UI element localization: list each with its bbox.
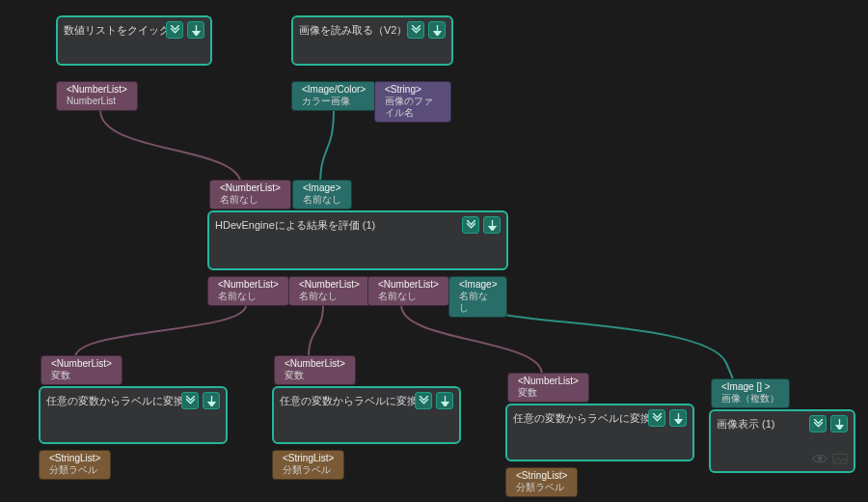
collapse-icon[interactable] [166,21,183,39]
node-read-image-v2[interactable]: 画像を読み取る（V2）(1) <Image/Color> カラー画像 <Stri… [291,15,453,66]
output-port-string[interactable]: <String> 画像のファイル名 [374,81,451,123]
node-title: HDevEngineによる結果を評価 (1) [215,218,375,233]
input-port-numberlist[interactable]: <NumberList> 変数 [274,355,356,385]
execute-icon[interactable] [428,21,446,39]
node-var-to-label-2[interactable]: <NumberList> 変数 任意の変数からラベルに変換 (2) <Strin… [272,386,461,444]
node-var-to-label-1[interactable]: <NumberList> 変数 任意の変数からラベルに変換 (1) <Strin… [39,386,228,444]
node-title: 画像表示 (1) [717,417,775,432]
visibility-icon[interactable] [812,452,827,467]
node-title: 数値リストをクイック作成 (1) [64,23,166,38]
collapse-icon[interactable] [407,21,424,39]
output-port-numberlist-1[interactable]: <NumberList> 名前なし [288,276,370,306]
collapse-icon[interactable] [181,392,199,409]
input-port-image-array[interactable]: <Image [] > 画像（複数） [711,378,790,408]
node-hdevengine-evaluate[interactable]: <NumberList> 名前なし <Image> 名前なし HDevEngin… [207,210,508,270]
execute-icon[interactable] [669,409,687,427]
execute-icon[interactable] [187,21,204,39]
output-port-image[interactable]: <Image> 名前なし [448,276,507,318]
node-title: 任意の変数からラベルに変換 (3) [513,411,648,426]
output-port-numberlist[interactable]: <NumberList> NumberList [56,81,138,111]
output-port-stringlist[interactable]: <StringList> 分類ラベル [505,467,578,497]
node-image-display[interactable]: <Image [] > 画像（複数） 画像表示 (1) [709,409,855,473]
node-var-to-label-3[interactable]: <NumberList> 変数 任意の変数からラベルに変換 (3) <Strin… [505,404,694,461]
node-title: 任意の変数からラベルに変換 (2) [280,394,415,408]
input-port-image[interactable]: <Image> 名前なし [292,180,352,209]
collapse-icon[interactable] [415,392,432,409]
node-quick-number-list[interactable]: 数値リストをクイック作成 (1) <NumberList> NumberList [56,15,212,66]
output-port-image-color[interactable]: <Image/Color> カラー画像 [291,81,376,111]
input-port-numberlist[interactable]: <NumberList> 名前なし [209,180,291,209]
output-port-numberlist-2[interactable]: <NumberList> 名前なし [367,276,449,306]
svg-rect-1 [833,454,847,463]
node-graph-canvas[interactable]: 数値リストをクイック作成 (1) <NumberList> NumberList… [0,0,868,502]
output-port-numberlist-0[interactable]: <NumberList> 名前なし [207,276,289,306]
collapse-icon[interactable] [648,409,665,427]
execute-icon[interactable] [830,415,848,432]
output-port-stringlist[interactable]: <StringList> 分類ラベル [39,450,111,480]
input-port-numberlist[interactable]: <NumberList> 変数 [507,373,589,403]
execute-icon[interactable] [203,392,220,409]
node-title: 任意の変数からラベルに変換 (1) [46,394,181,408]
execute-icon[interactable] [436,392,453,409]
image-placeholder-icon [832,452,848,467]
svg-point-0 [818,457,823,461]
collapse-icon[interactable] [462,216,479,234]
output-port-stringlist[interactable]: <StringList> 分類ラベル [272,450,344,480]
input-port-numberlist[interactable]: <NumberList> 変数 [41,355,122,385]
execute-icon[interactable] [483,216,501,234]
collapse-icon[interactable] [809,415,827,432]
node-title: 画像を読み取る（V2）(1) [299,23,407,38]
